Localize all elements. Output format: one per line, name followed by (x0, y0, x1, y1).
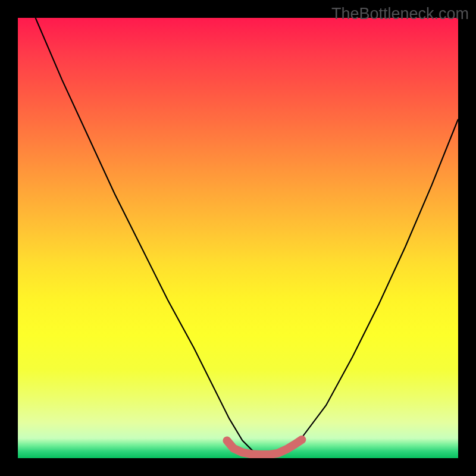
chart-svg (18, 18, 458, 458)
watermark-text: TheBottleneck.com (331, 5, 469, 23)
main-curve-line (36, 18, 458, 456)
valley-marker-line (227, 440, 302, 455)
